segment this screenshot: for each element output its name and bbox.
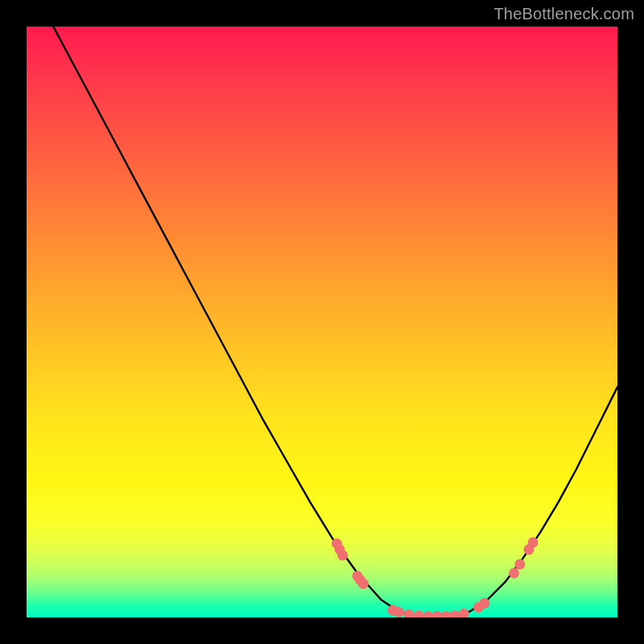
data-marker	[337, 550, 348, 560]
plot-area	[27, 27, 617, 617]
data-marker	[514, 559, 525, 569]
data-marker	[528, 537, 539, 547]
data-marker	[394, 607, 404, 617]
data-marker	[358, 579, 369, 589]
data-marker	[459, 609, 469, 617]
watermark-text: TheBottleneck.com	[493, 5, 634, 23]
data-marker	[414, 610, 424, 617]
data-markers	[332, 537, 539, 617]
chart-container: TheBottleneck.com	[0, 0, 644, 644]
data-marker	[403, 609, 414, 617]
bottleneck-curve	[27, 27, 617, 617]
chart-svg	[27, 27, 617, 617]
data-marker	[509, 568, 519, 578]
data-marker	[441, 611, 452, 617]
data-marker	[479, 598, 489, 609]
